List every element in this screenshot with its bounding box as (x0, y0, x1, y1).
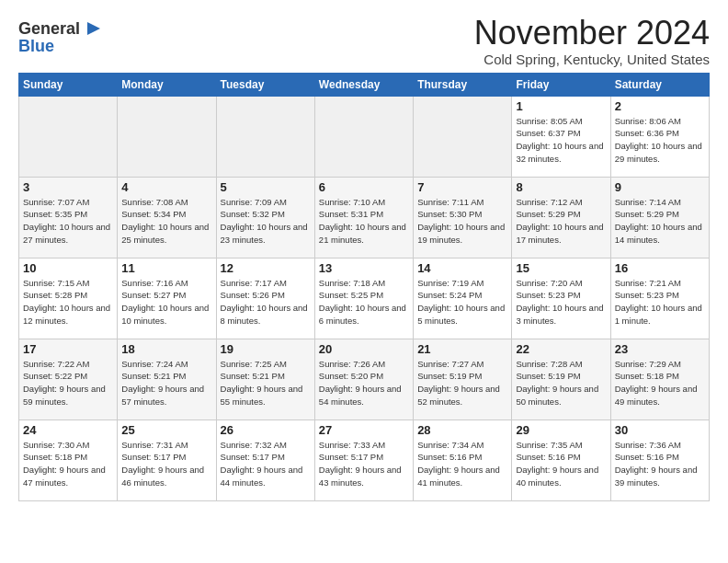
calendar-cell (314, 96, 413, 177)
dow-header-friday: Friday (512, 73, 610, 96)
day-number: 26 (221, 423, 311, 437)
day-info: Sunrise: 7:28 AM Sunset: 5:19 PM Dayligh… (516, 358, 606, 408)
calendar-week-5: 24Sunrise: 7:30 AM Sunset: 5:18 PM Dayli… (19, 419, 710, 500)
day-info: Sunrise: 7:32 AM Sunset: 5:17 PM Dayligh… (221, 439, 311, 489)
location: Cold Spring, Kentucky, United States (474, 52, 710, 67)
calendar-cell: 28Sunrise: 7:34 AM Sunset: 5:16 PM Dayli… (414, 419, 512, 500)
calendar-cell: 30Sunrise: 7:36 AM Sunset: 5:16 PM Dayli… (610, 419, 709, 500)
calendar-cell: 10Sunrise: 7:15 AM Sunset: 5:28 PM Dayli… (19, 258, 118, 339)
calendar-cell: 18Sunrise: 7:24 AM Sunset: 5:21 PM Dayli… (118, 339, 216, 419)
dow-header-wednesday: Wednesday (314, 73, 413, 96)
day-info: Sunrise: 8:05 AM Sunset: 6:37 PM Dayligh… (516, 115, 606, 166)
day-info: Sunrise: 7:17 AM Sunset: 5:26 PM Dayligh… (221, 277, 311, 327)
day-info: Sunrise: 7:30 AM Sunset: 5:18 PM Dayligh… (23, 439, 113, 489)
day-info: Sunrise: 7:07 AM Sunset: 5:35 PM Dayligh… (23, 196, 113, 247)
day-info: Sunrise: 7:31 AM Sunset: 5:17 PM Dayligh… (121, 439, 211, 489)
day-number: 19 (221, 342, 311, 356)
calendar-week-3: 10Sunrise: 7:15 AM Sunset: 5:28 PM Dayli… (19, 258, 710, 339)
calendar-table: SundayMondayTuesdayWednesdayThursdayFrid… (18, 73, 710, 501)
logo-icon (84, 18, 104, 39)
day-number: 11 (121, 261, 211, 275)
day-number: 13 (319, 261, 409, 275)
day-info: Sunrise: 7:34 AM Sunset: 5:16 PM Dayligh… (417, 439, 507, 489)
day-info: Sunrise: 7:26 AM Sunset: 5:20 PM Dayligh… (319, 358, 409, 408)
title-area: November 2024 Cold Spring, Kentucky, Uni… (474, 15, 710, 67)
day-number: 6 (319, 180, 409, 194)
page-header: General Blue November 2024 Cold Spring, … (18, 15, 710, 67)
day-number: 5 (221, 180, 311, 194)
calendar-cell: 24Sunrise: 7:30 AM Sunset: 5:18 PM Dayli… (19, 419, 118, 500)
calendar-cell (19, 96, 118, 177)
day-info: Sunrise: 7:14 AM Sunset: 5:29 PM Dayligh… (615, 196, 705, 247)
day-info: Sunrise: 7:18 AM Sunset: 5:25 PM Dayligh… (319, 277, 409, 327)
calendar-cell (414, 96, 512, 177)
day-number: 14 (417, 261, 507, 275)
calendar-cell: 14Sunrise: 7:19 AM Sunset: 5:24 PM Dayli… (414, 258, 512, 339)
day-number: 4 (121, 180, 211, 194)
day-info: Sunrise: 7:21 AM Sunset: 5:23 PM Dayligh… (615, 277, 705, 327)
day-number: 30 (615, 423, 705, 437)
day-info: Sunrise: 7:10 AM Sunset: 5:31 PM Dayligh… (319, 196, 409, 247)
logo-general-text: General (18, 19, 80, 39)
dow-header-sunday: Sunday (19, 73, 118, 96)
day-info: Sunrise: 7:12 AM Sunset: 5:29 PM Dayligh… (516, 196, 606, 247)
calendar-cell: 17Sunrise: 7:22 AM Sunset: 5:22 PM Dayli… (19, 339, 118, 419)
calendar-week-2: 3Sunrise: 7:07 AM Sunset: 5:35 PM Daylig… (19, 177, 710, 258)
day-number: 21 (417, 342, 507, 356)
day-info: Sunrise: 8:06 AM Sunset: 6:36 PM Dayligh… (615, 115, 705, 166)
day-number: 9 (615, 180, 705, 194)
calendar-cell: 6Sunrise: 7:10 AM Sunset: 5:31 PM Daylig… (314, 177, 413, 258)
day-number: 17 (23, 342, 113, 356)
calendar-cell (216, 96, 314, 177)
calendar-cell: 2Sunrise: 8:06 AM Sunset: 6:36 PM Daylig… (610, 96, 709, 177)
calendar-cell: 11Sunrise: 7:16 AM Sunset: 5:27 PM Dayli… (118, 258, 216, 339)
day-number: 28 (417, 423, 507, 437)
month-title: November 2024 (474, 15, 710, 52)
day-info: Sunrise: 7:15 AM Sunset: 5:28 PM Dayligh… (23, 277, 113, 327)
calendar-cell: 22Sunrise: 7:28 AM Sunset: 5:19 PM Dayli… (512, 339, 610, 419)
calendar-cell: 20Sunrise: 7:26 AM Sunset: 5:20 PM Dayli… (314, 339, 413, 419)
day-number: 8 (516, 180, 606, 194)
logo: General Blue (18, 15, 104, 56)
calendar-cell: 3Sunrise: 7:07 AM Sunset: 5:35 PM Daylig… (19, 177, 118, 258)
calendar-cell: 12Sunrise: 7:17 AM Sunset: 5:26 PM Dayli… (216, 258, 314, 339)
day-info: Sunrise: 7:09 AM Sunset: 5:32 PM Dayligh… (221, 196, 311, 247)
calendar-cell: 21Sunrise: 7:27 AM Sunset: 5:19 PM Dayli… (414, 339, 512, 419)
day-number: 7 (417, 180, 507, 194)
day-info: Sunrise: 7:27 AM Sunset: 5:19 PM Dayligh… (417, 358, 507, 408)
days-of-week-row: SundayMondayTuesdayWednesdayThursdayFrid… (19, 73, 710, 96)
calendar-cell: 4Sunrise: 7:08 AM Sunset: 5:34 PM Daylig… (118, 177, 216, 258)
day-info: Sunrise: 7:11 AM Sunset: 5:30 PM Dayligh… (417, 196, 507, 247)
calendar-week-4: 17Sunrise: 7:22 AM Sunset: 5:22 PM Dayli… (19, 339, 710, 419)
calendar-cell: 7Sunrise: 7:11 AM Sunset: 5:30 PM Daylig… (414, 177, 512, 258)
day-number: 3 (23, 180, 113, 194)
calendar-cell: 13Sunrise: 7:18 AM Sunset: 5:25 PM Dayli… (314, 258, 413, 339)
calendar-cell: 1Sunrise: 8:05 AM Sunset: 6:37 PM Daylig… (512, 96, 610, 177)
day-info: Sunrise: 7:08 AM Sunset: 5:34 PM Dayligh… (121, 196, 211, 247)
calendar-cell: 27Sunrise: 7:33 AM Sunset: 5:17 PM Dayli… (314, 419, 413, 500)
day-number: 22 (516, 342, 606, 356)
calendar-cell: 19Sunrise: 7:25 AM Sunset: 5:21 PM Dayli… (216, 339, 314, 419)
day-number: 24 (23, 423, 113, 437)
day-info: Sunrise: 7:24 AM Sunset: 5:21 PM Dayligh… (121, 358, 211, 408)
day-number: 27 (319, 423, 409, 437)
calendar-cell (118, 96, 216, 177)
day-number: 18 (121, 342, 211, 356)
day-number: 29 (516, 423, 606, 437)
day-info: Sunrise: 7:20 AM Sunset: 5:23 PM Dayligh… (516, 277, 606, 327)
calendar-cell: 29Sunrise: 7:35 AM Sunset: 5:16 PM Dayli… (512, 419, 610, 500)
day-number: 10 (23, 261, 113, 275)
day-info: Sunrise: 7:36 AM Sunset: 5:16 PM Dayligh… (615, 439, 705, 489)
calendar-cell: 15Sunrise: 7:20 AM Sunset: 5:23 PM Dayli… (512, 258, 610, 339)
calendar-cell: 8Sunrise: 7:12 AM Sunset: 5:29 PM Daylig… (512, 177, 610, 258)
calendar-week-1: 1Sunrise: 8:05 AM Sunset: 6:37 PM Daylig… (19, 96, 710, 177)
dow-header-monday: Monday (118, 73, 216, 96)
day-number: 16 (615, 261, 705, 275)
logo-blue-text: Blue (18, 37, 54, 56)
calendar-cell: 9Sunrise: 7:14 AM Sunset: 5:29 PM Daylig… (610, 177, 709, 258)
dow-header-saturday: Saturday (610, 73, 709, 96)
day-info: Sunrise: 7:19 AM Sunset: 5:24 PM Dayligh… (417, 277, 507, 327)
day-info: Sunrise: 7:25 AM Sunset: 5:21 PM Dayligh… (221, 358, 311, 408)
day-info: Sunrise: 7:33 AM Sunset: 5:17 PM Dayligh… (319, 439, 409, 489)
calendar-cell: 5Sunrise: 7:09 AM Sunset: 5:32 PM Daylig… (216, 177, 314, 258)
